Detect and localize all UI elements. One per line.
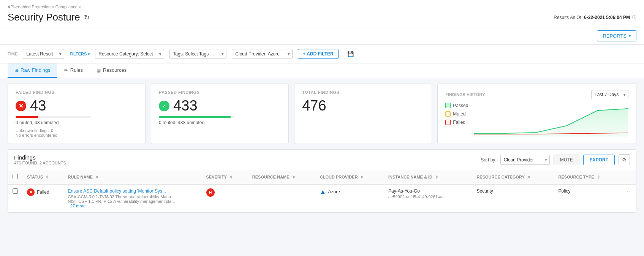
total-findings-value: 476 <box>302 98 326 114</box>
history-label: FINDINGS HISTORY <box>445 92 485 97</box>
info-icon: ⓘ <box>632 14 636 20</box>
row-cloud-provider: Azure <box>328 189 340 194</box>
table-row: ✕ Failed Ensure ASC Default policy setti… <box>8 184 636 212</box>
row-resource-category: Security <box>476 188 493 194</box>
row-failed-icon: ✕ <box>27 188 35 196</box>
total-findings-card: TOTAL FINDINGS 476 <box>294 84 432 144</box>
history-time-select[interactable]: Last 7 Days <box>591 90 628 99</box>
rules-icon: ✏ <box>64 68 68 73</box>
passed-sub: 0 muted, 433 unmuted <box>159 120 281 125</box>
save-filter-button[interactable]: 💾 <box>344 49 357 59</box>
sort-by-select[interactable]: Cloud Provider <box>500 155 550 165</box>
col-rule-name: RULE NAME ⇕ <box>63 170 202 184</box>
legend-failed: Failed <box>445 120 468 125</box>
filters-chevron-icon: ▾ <box>88 52 90 56</box>
sort-arrows-severity: ⇕ <box>229 175 233 179</box>
tab-resources[interactable]: ▤ Resources <box>90 63 133 78</box>
resources-icon: ▤ <box>97 68 101 73</box>
select-all-checkbox[interactable] <box>13 174 18 179</box>
findings-section: Findings 476 FOUND, 2 ACCOUNTS Sort by: … <box>8 149 636 213</box>
col-instance-name: INSTANCE NAME & ID ⇕ <box>384 170 472 184</box>
failed-icon: ✕ <box>16 101 26 111</box>
col-severity: SEVERITY ⇕ <box>202 170 248 184</box>
sort-arrows-category: ⇕ <box>527 175 530 179</box>
filters-label[interactable]: FILTERS ▾ <box>70 52 90 56</box>
findings-title: Findings <box>14 154 66 161</box>
sort-arrows-status: ⇕ <box>46 175 49 179</box>
sort-arrows-rule: ⇕ <box>95 175 98 179</box>
tabs-row: ⊞ Raw Findings ✏ Rules ▤ Resources <box>0 63 644 78</box>
failed-findings-value: 43 <box>30 98 46 114</box>
cloud-provider-select[interactable]: Cloud Provider: Azure <box>232 49 293 59</box>
passed-findings-value: 433 <box>173 98 197 114</box>
sort-arrows-instance: ⇕ <box>435 175 438 179</box>
reports-dropdown-icon: ▾ <box>629 34 631 38</box>
row-rule-sub2: NIST-CSF-1.1-PR.IP-12 A vulnerability ma… <box>68 199 197 204</box>
tags-select[interactable]: Tags: Select Tags <box>169 49 226 59</box>
no-errors: No errors encountered. <box>16 133 138 137</box>
legend-muted: Muted <box>445 111 468 117</box>
sort-arrows-cloud: ⇕ <box>360 175 363 179</box>
failed-sub: 0 muted, 43 unmuted <box>16 120 138 125</box>
row-menu-button[interactable]: ··· <box>624 188 631 195</box>
passed-findings-card: PASSED FINDINGS ✓ 433 0 muted, 433 unmut… <box>151 84 289 144</box>
sort-arrows-resource: ⇕ <box>292 175 295 179</box>
refresh-icon[interactable]: ↻ <box>84 13 90 22</box>
col-resource-name: RESOURCE NAME ⇕ <box>248 170 315 184</box>
findings-subtitle: 476 FOUND, 2 ACCOUNTS <box>14 161 66 165</box>
unknown-findings: Unknown findings: 0 <box>16 128 138 133</box>
time-label: TIME <box>8 52 17 56</box>
time-select[interactable]: Latest Result <box>23 49 64 59</box>
breadcrumb-item-1[interactable]: API-enabled Protection <box>8 5 51 9</box>
failed-findings-label: FAILED FINDINGS <box>16 90 138 95</box>
row-rule-name[interactable]: Ensure ASC Default policy setting 'Monit… <box>68 188 197 194</box>
legend-passed: Passed <box>445 103 468 108</box>
gear-button[interactable]: ⚙ <box>619 154 630 165</box>
svg-marker-0 <box>474 109 628 137</box>
passed-findings-label: PASSED FINDINGS <box>159 90 281 95</box>
grid-icon: ⊞ <box>14 68 18 73</box>
tab-rules[interactable]: ✏ Rules <box>57 63 90 78</box>
add-filter-button[interactable]: + ADD FILTER <box>298 49 338 59</box>
sort-arrows-type: ⇕ <box>597 175 600 179</box>
severity-badge: H <box>206 188 215 197</box>
breadcrumb-item-2[interactable]: Compliance <box>55 5 78 9</box>
azure-logo-icon: ▲ <box>320 188 326 195</box>
mute-button[interactable]: MUTE <box>554 155 579 165</box>
passed-icon: ✓ <box>159 101 169 111</box>
row-checkbox[interactable] <box>13 188 18 194</box>
row-resource-type: Policy <box>558 188 570 194</box>
row-rule-sub3[interactable]: +27 more <box>68 204 197 208</box>
reports-button[interactable]: REPORTS ▾ <box>597 30 636 41</box>
col-resource-type: RESOURCE TYPE ⇕ <box>554 170 619 184</box>
findings-history-card: FINDINGS HISTORY Last 7 Days ▾ Passed <box>437 84 636 144</box>
filters-row: TIME Latest Result ▾ FILTERS ▾ Resource … <box>0 45 644 63</box>
tab-raw-findings[interactable]: ⊞ Raw Findings <box>8 63 57 78</box>
col-status: STATUS ⇕ <box>22 170 63 184</box>
breadcrumb: API-enabled Protection > Compliance > <box>8 2 636 9</box>
col-cloud-provider: CLOUD PROVIDER ⇕ <box>315 170 384 184</box>
resource-category-select[interactable]: Resource Category: Select <box>95 49 164 59</box>
row-rule-sub1: CSA-CCM-3.0.1-TVM-02 Threat and Vulnerab… <box>68 194 197 199</box>
col-resource-category: RESOURCE CATEGORY ⇕ <box>472 170 554 184</box>
export-button[interactable]: EXPORT <box>583 155 615 165</box>
results-as-of: Results As Of: 6-22-2021 5:06:04 PM ⓘ <box>554 14 636 20</box>
page-header: Security Posture ↻ Results As Of: 6-22-2… <box>0 9 644 27</box>
row-status: Failed <box>37 190 49 195</box>
row-instance-name: Pay-As-You-Go <box>388 188 467 194</box>
total-findings-label: TOTAL FINDINGS <box>302 90 424 95</box>
page-title: Security Posture <box>8 11 80 23</box>
sort-by-label: Sort by: <box>481 157 496 163</box>
row-instance-id: ae59002a-cfd5-4149-9261-aa... <box>388 194 467 199</box>
failed-findings-card: FAILED FINDINGS ✕ 43 0 muted, 43 unmuted… <box>8 84 146 144</box>
chart-area <box>474 103 628 137</box>
